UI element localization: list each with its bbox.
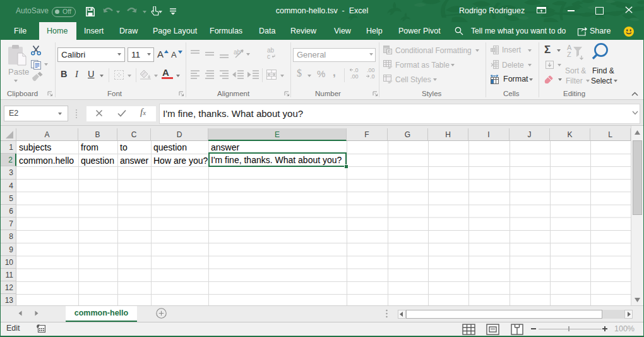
svg-text:c: c [267, 53, 270, 59]
svg-text:.0: .0 [370, 73, 375, 80]
svg-text:.0: .0 [354, 67, 359, 73]
svg-text:ab: ab [234, 49, 241, 56]
svg-text:.00: .00 [367, 67, 375, 73]
svg-text:.00: .00 [350, 73, 359, 80]
